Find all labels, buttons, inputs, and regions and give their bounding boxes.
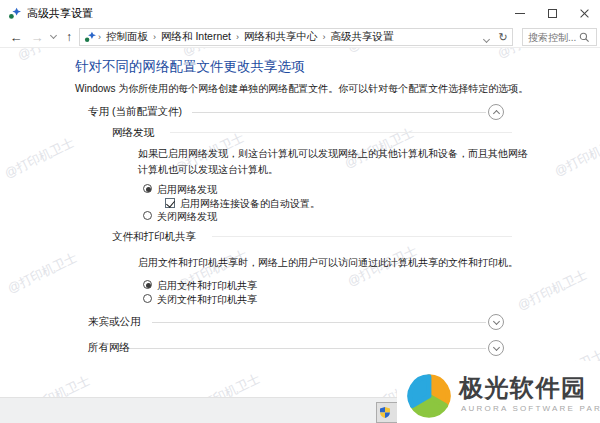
chevron-up-icon bbox=[492, 110, 499, 117]
breadcrumb-separator: › bbox=[96, 32, 103, 42]
titlebar: 高级共享设置 bbox=[0, 0, 600, 26]
chevron-down-icon bbox=[482, 36, 489, 43]
window-title: 高级共享设置 bbox=[27, 6, 93, 21]
navigation-toolbar: ← → ↑ › 控制面板 › 网络和 Internet › 网络和共享中心 › … bbox=[0, 26, 600, 48]
network-discovery-description: 如果已启用网络发现，则这台计算机可以发现网络上的其他计算机和设备，而且其他网络计… bbox=[138, 146, 530, 178]
divider bbox=[130, 348, 486, 349]
breadcrumb-advanced-sharing[interactable]: 高级共享设置 bbox=[328, 30, 397, 44]
divider bbox=[170, 132, 512, 133]
watermark-text: @打印机卫士 bbox=[2, 134, 77, 182]
close-button[interactable] bbox=[568, 0, 600, 26]
collapse-private-button[interactable] bbox=[488, 104, 504, 120]
divider bbox=[212, 236, 512, 237]
aurora-logo: 极光软件园 AURORA SOFTWARE PARK bbox=[397, 361, 600, 423]
breadcrumb-separator: › bbox=[321, 32, 328, 42]
up-icon: ↑ bbox=[66, 30, 72, 44]
address-dropdown-button[interactable] bbox=[478, 28, 494, 46]
breadcrumb-control-panel[interactable]: 控制面板 bbox=[103, 30, 151, 44]
divider bbox=[152, 322, 486, 323]
divider bbox=[192, 112, 486, 113]
address-bar[interactable]: › 控制面板 › 网络和 Internet › 网络和共享中心 › 高级共享设置… bbox=[79, 28, 513, 46]
label-enable-network-discovery[interactable]: 启用网络发现 bbox=[157, 183, 217, 197]
logo-title: 极光软件园 bbox=[459, 372, 587, 404]
maximize-button[interactable] bbox=[536, 0, 568, 26]
search-input[interactable] bbox=[523, 32, 579, 43]
breadcrumb: › 控制面板 › 网络和 Internet › 网络和共享中心 › 高级共享设置 bbox=[96, 30, 397, 44]
back-button[interactable]: ← bbox=[6, 26, 26, 48]
uac-shield-icon bbox=[380, 407, 390, 418]
network-discovery-title: 网络发现 bbox=[112, 126, 154, 140]
network-sharing-icon bbox=[8, 7, 21, 20]
refresh-icon: ↻ bbox=[498, 31, 507, 43]
minimize-icon bbox=[515, 13, 525, 14]
maximize-icon bbox=[548, 9, 557, 18]
breadcrumb-separator: › bbox=[151, 32, 158, 42]
minimize-button[interactable] bbox=[504, 0, 536, 26]
search-box bbox=[522, 28, 597, 46]
page-title: 针对不同的网络配置文件更改共享选项 bbox=[75, 58, 305, 76]
label-auto-setup-devices[interactable]: 启用网络连接设备的自动设置。 bbox=[180, 197, 320, 211]
logo-subtitle: AURORA SOFTWARE PARK bbox=[461, 404, 600, 413]
breadcrumb-network-sharing-center[interactable]: 网络和共享中心 bbox=[241, 30, 321, 44]
checkbox-auto-setup-devices[interactable] bbox=[165, 198, 175, 208]
intro-text: Windows 为你所使用的每个网络创建单独的网络配置文件。你可以针对每个配置文… bbox=[75, 82, 528, 96]
expand-all-networks-button[interactable] bbox=[488, 340, 504, 356]
chevron-down-icon bbox=[492, 343, 499, 350]
forward-icon: → bbox=[31, 30, 44, 45]
file-printer-sharing-description: 启用文件和打印机共享时，网络上的用户可以访问通过此计算机共享的文件和打印机。 bbox=[138, 255, 538, 271]
up-button[interactable]: ↑ bbox=[60, 26, 78, 48]
forward-button[interactable]: → bbox=[27, 26, 47, 48]
close-icon bbox=[579, 8, 590, 19]
section-guest-label[interactable]: 来宾或公用 bbox=[88, 315, 141, 329]
radio-disable-file-printer-sharing[interactable] bbox=[143, 294, 152, 303]
radio-enable-network-discovery[interactable] bbox=[143, 184, 152, 193]
breadcrumb-separator: › bbox=[234, 32, 241, 42]
file-printer-sharing-title: 文件和打印机共享 bbox=[112, 230, 196, 244]
watermark-text: @打印机卫士 bbox=[552, 132, 600, 180]
radio-enable-file-printer-sharing[interactable] bbox=[143, 280, 152, 289]
section-private-label[interactable]: 专用 (当前配置文件) bbox=[88, 105, 182, 119]
chevron-down-icon bbox=[49, 32, 56, 39]
watermark-text: @打印机卫士 bbox=[515, 266, 590, 314]
chevron-down-icon bbox=[492, 317, 499, 324]
label-enable-file-printer-sharing[interactable]: 启用文件和打印机共享 bbox=[157, 279, 257, 293]
network-sharing-icon bbox=[84, 31, 96, 43]
search-icon bbox=[579, 32, 590, 43]
expand-guest-button[interactable] bbox=[488, 314, 504, 330]
section-all-networks-label[interactable]: 所有网络 bbox=[88, 341, 130, 355]
radio-disable-network-discovery[interactable] bbox=[143, 211, 152, 220]
back-icon: ← bbox=[10, 30, 23, 45]
refresh-button[interactable]: ↻ bbox=[494, 31, 512, 44]
watermark-text: @打印机卫士 bbox=[5, 249, 80, 297]
label-disable-file-printer-sharing[interactable]: 关闭文件和打印机共享 bbox=[157, 293, 257, 307]
label-disable-network-discovery[interactable]: 关闭网络发现 bbox=[157, 210, 217, 224]
aurora-pinwheel-icon bbox=[403, 368, 455, 423]
history-dropdown-button[interactable] bbox=[47, 26, 59, 48]
breadcrumb-network-internet[interactable]: 网络和 Internet bbox=[158, 30, 234, 44]
save-changes-button[interactable] bbox=[376, 402, 398, 423]
